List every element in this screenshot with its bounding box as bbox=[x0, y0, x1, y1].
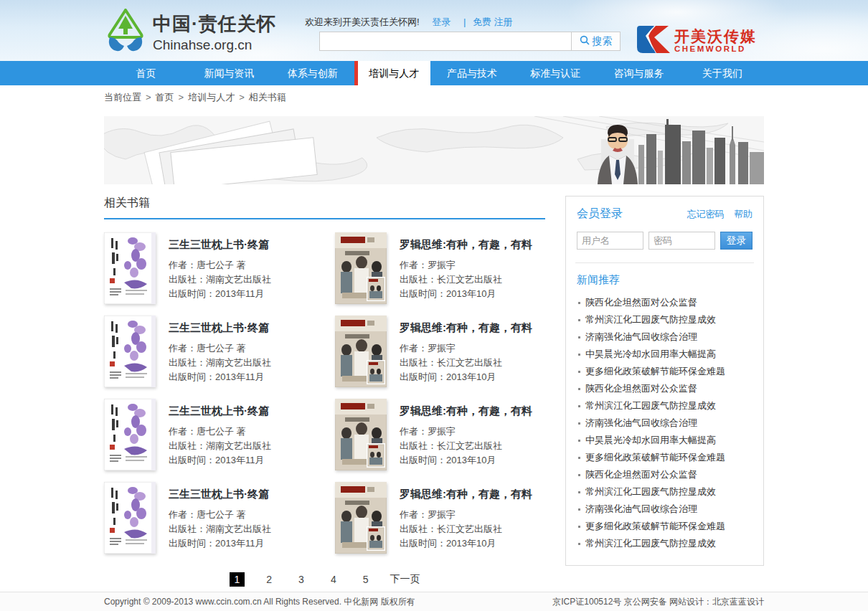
news-item[interactable]: 常州滨江化工园废气防控显成效 bbox=[577, 311, 753, 328]
news-item[interactable]: 陕西化企坦然面对公众监督 bbox=[577, 466, 753, 483]
help-link[interactable]: 帮助 bbox=[734, 209, 753, 219]
chemworld-sub: CHEMWORLD bbox=[674, 45, 757, 54]
book-cover-image[interactable] bbox=[335, 482, 387, 554]
book-publisher: 出版社：湖南文艺出版社 bbox=[169, 356, 271, 370]
news-item[interactable]: 常州滨江化工园废气防控显成效 bbox=[577, 397, 753, 415]
book-title[interactable]: 罗辑思维:有种，有趣，有料 bbox=[400, 321, 532, 335]
news-item[interactable]: 更多细化政策破解节能环保金难题 bbox=[577, 449, 753, 466]
book-publisher: 出版社：湖南文艺出版社 bbox=[169, 439, 271, 453]
book-cover-image[interactable] bbox=[104, 316, 156, 387]
bullet-icon bbox=[578, 371, 580, 373]
section-divider bbox=[104, 218, 545, 219]
page-1-active[interactable]: 1 bbox=[230, 572, 245, 587]
book-publisher: 出版社：湖南文艺出版社 bbox=[169, 522, 271, 536]
news-item[interactable]: 中昊晨光冷却水回用率大幅提高 bbox=[577, 432, 753, 449]
news-item[interactable]: 中昊晨光冷却水回用率大幅提高 bbox=[577, 346, 753, 363]
search-button[interactable]: 搜索 bbox=[572, 32, 621, 51]
site-logo-icon bbox=[105, 9, 146, 56]
bullet-icon bbox=[578, 491, 580, 493]
nav-item-news[interactable]: 新闻与资讯 bbox=[187, 61, 270, 85]
book-date: 出版时间：2013年11月 bbox=[169, 453, 271, 468]
nav-item-home[interactable]: 首页 bbox=[104, 61, 187, 85]
main-nav: 首页 新闻与资讯 体系与创新 培训与人才 产品与技术 标准与认证 咨询与服务 关… bbox=[0, 61, 868, 85]
book-publisher: 出版社：湖南文艺出版社 bbox=[169, 273, 271, 287]
news-item[interactable]: 常州滨江化工园废气防控显成效 bbox=[577, 483, 753, 501]
book-cover-image[interactable] bbox=[104, 482, 156, 554]
search-input[interactable] bbox=[319, 32, 572, 51]
bullet-icon bbox=[578, 543, 580, 545]
register-link[interactable]: 免费 注册 bbox=[473, 16, 513, 27]
book-item: 罗辑思维:有种，有趣，有料 作者：罗振宇 出版社：长江文艺出版社 出版时间：20… bbox=[335, 399, 545, 470]
sidebar-divider bbox=[575, 262, 754, 263]
book-date: 出版时间：2013年10月 bbox=[400, 287, 532, 301]
username-field[interactable] bbox=[577, 232, 643, 250]
bullet-icon bbox=[578, 354, 580, 356]
news-item[interactable]: 济南强化油气回收综合治理 bbox=[577, 415, 753, 432]
book-title[interactable]: 三生三世枕上书·终篇 bbox=[169, 404, 271, 418]
footer: Copyright © 2009-2013 www.ccin.com.cn Al… bbox=[0, 592, 868, 611]
news-item[interactable]: 陕西化企坦然面对公众监督 bbox=[577, 294, 753, 311]
book-cover-image[interactable] bbox=[104, 232, 156, 304]
top-header: 中国·责任关怀 Chinahse.org.cn 欢迎来到开美沃责任关怀网! 登录… bbox=[0, 0, 868, 61]
books-section: 相关书籍 三生三世枕上书·终篇 作者：唐七公子 著 出版社：湖南文艺出版社 出版… bbox=[104, 196, 545, 587]
book-publisher: 出版社：长江文艺出版社 bbox=[400, 522, 532, 536]
bullet-icon bbox=[578, 319, 580, 321]
news-item[interactable]: 济南强化油气回收综合治理 bbox=[577, 328, 753, 346]
breadcrumb-home[interactable]: 首页 bbox=[156, 91, 174, 104]
book-title[interactable]: 三生三世枕上书·终篇 bbox=[169, 238, 271, 252]
breadcrumb-books[interactable]: 相关书籍 bbox=[249, 91, 286, 104]
book-author: 作者：罗振宇 bbox=[400, 425, 532, 439]
site-title: 中国·责任关怀 bbox=[153, 11, 276, 37]
login-link[interactable]: 登录 bbox=[432, 16, 450, 27]
welcome-text: 欢迎来到开美沃责任关怀网! bbox=[305, 16, 420, 27]
book-cover-image[interactable] bbox=[104, 399, 156, 470]
nav-item-system[interactable]: 体系与创新 bbox=[271, 61, 354, 85]
book-title[interactable]: 罗辑思维:有种，有趣，有料 bbox=[400, 488, 532, 501]
news-item[interactable]: 陕西化企坦然面对公众监督 bbox=[577, 380, 753, 397]
forgot-password-link[interactable]: 忘记密码 bbox=[687, 209, 724, 219]
sidebar: 会员登录 忘记密码 帮助 登录 新闻推荐 陕西化企坦然面对公众监督 常州滨江化工… bbox=[565, 196, 764, 566]
login-button[interactable]: 登录 bbox=[720, 232, 753, 250]
book-title[interactable]: 罗辑思维:有种，有趣，有料 bbox=[400, 404, 532, 418]
news-item[interactable]: 常州滨江化工园废气防控显成效 bbox=[577, 535, 753, 552]
icp-text: 京ICP证100512号 京公网安备 网站设计：北京蓝蓝设计 bbox=[552, 596, 764, 608]
nav-item-products[interactable]: 产品与技术 bbox=[430, 61, 514, 85]
news-item[interactable]: 济南强化油气回收综合治理 bbox=[577, 501, 753, 518]
book-title[interactable]: 罗辑思维:有种，有趣，有料 bbox=[400, 238, 532, 252]
book-title[interactable]: 三生三世枕上书·终篇 bbox=[169, 321, 271, 335]
nav-item-standards[interactable]: 标准与认证 bbox=[514, 61, 597, 85]
book-publisher: 出版社：长江文艺出版社 bbox=[400, 273, 532, 287]
next-page-button[interactable]: 下一页 bbox=[390, 573, 420, 586]
news-item[interactable]: 更多细化政策破解节能环保金难题 bbox=[577, 518, 753, 535]
book-item: 罗辑思维:有种，有趣，有料 作者：罗振宇 出版社：长江文艺出版社 出版时间：20… bbox=[335, 316, 545, 387]
section-title: 相关书籍 bbox=[104, 196, 545, 218]
page-2[interactable]: 2 bbox=[261, 572, 277, 587]
book-title[interactable]: 三生三世枕上书·终篇 bbox=[169, 488, 271, 501]
pagination: 1 2 3 4 5 下一页 bbox=[104, 572, 545, 587]
bullet-icon bbox=[578, 526, 580, 528]
copyright-text: Copyright © 2009-2013 www.ccin.com.cn Al… bbox=[104, 596, 415, 608]
page-3[interactable]: 3 bbox=[293, 572, 309, 587]
nav-item-training-active[interactable]: 培训与人才 bbox=[354, 61, 430, 85]
page-5[interactable]: 5 bbox=[358, 572, 374, 587]
chemworld-logo-icon bbox=[637, 26, 670, 56]
book-cover-image[interactable] bbox=[335, 232, 387, 304]
book-item: 三生三世枕上书·终篇 作者：唐七公子 著 出版社：湖南文艺出版社 出版时间：20… bbox=[104, 316, 335, 387]
book-date: 出版时间：2013年10月 bbox=[400, 453, 532, 468]
book-cover-image[interactable] bbox=[335, 399, 387, 470]
book-author: 作者：唐七公子 著 bbox=[169, 425, 271, 439]
nav-item-consulting[interactable]: 咨询与服务 bbox=[597, 61, 680, 85]
nav-item-about[interactable]: 关于我们 bbox=[681, 61, 764, 85]
news-item[interactable]: 更多细化政策破解节能环保金难题 bbox=[577, 363, 753, 380]
breadcrumb-training[interactable]: 培训与人才 bbox=[188, 91, 235, 104]
page-4[interactable]: 4 bbox=[326, 572, 341, 587]
breadcrumb: 当前位置 > 首页 > 培训与人才 > 相关书籍 bbox=[104, 85, 764, 109]
book-date: 出版时间：2013年10月 bbox=[400, 370, 532, 384]
password-field[interactable] bbox=[648, 232, 715, 250]
chemworld-logo[interactable]: 开美沃传媒 CHEMWORLD bbox=[637, 26, 757, 56]
banner-image bbox=[104, 116, 764, 184]
book-item: 三生三世枕上书·终篇 作者：唐七公子 著 出版社：湖南文艺出版社 出版时间：20… bbox=[104, 399, 335, 470]
chemworld-name: 开美沃传媒 bbox=[674, 29, 757, 44]
site-logo[interactable]: 中国·责任关怀 Chinahse.org.cn bbox=[105, 9, 276, 56]
book-cover-image[interactable] bbox=[335, 316, 387, 387]
